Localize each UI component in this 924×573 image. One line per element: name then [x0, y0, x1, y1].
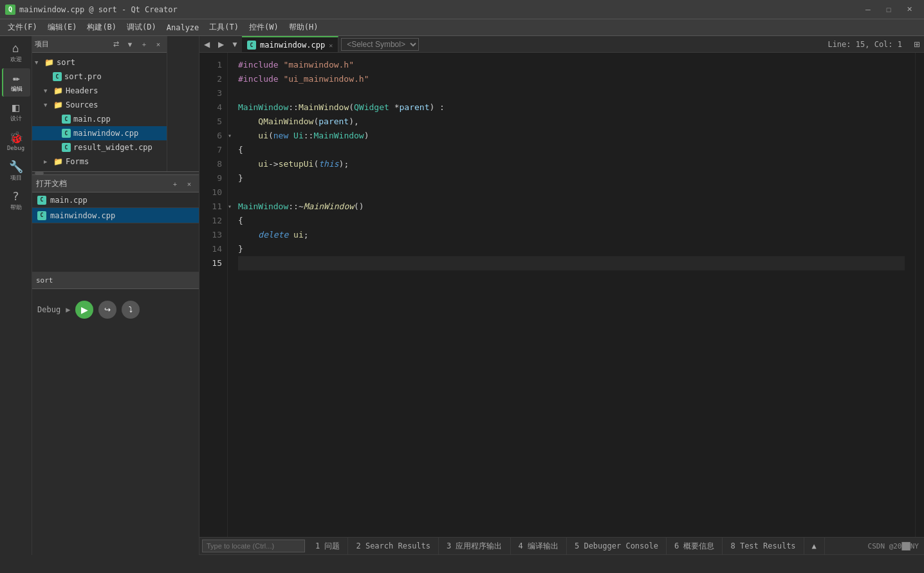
tree-label: Sources [66, 100, 98, 109]
open-docs-list: C main.cpp C mainwindow.cpp [32, 193, 199, 272]
minimize-button[interactable]: ─ [858, 3, 878, 16]
project-toolbar: 项目 ⇄ ▼ + × [32, 36, 167, 53]
split-button[interactable]: ⊞ [910, 36, 924, 53]
tree-label: result_widget.cpp [73, 143, 152, 152]
line-num-14: 14 [199, 242, 222, 256]
project-sync-button[interactable]: ⇄ [110, 39, 122, 50]
token: QWidget [354, 100, 389, 115]
expand-button[interactable]: ▲ [804, 538, 825, 554]
menu-item-d[interactable]: 调试(D) [122, 20, 162, 35]
design-icon: ◧ [12, 102, 19, 113]
folder-icon: 📁 [44, 57, 54, 68]
close-button[interactable]: ✕ [900, 3, 919, 16]
token: ), [349, 115, 359, 129]
app-icon: Q [5, 5, 15, 15]
tab-next-button[interactable]: ▶ [214, 36, 228, 53]
open-docs-title: 打开文档 [36, 178, 167, 189]
symbol-select[interactable]: <Select Symbol> [341, 38, 419, 51]
code-line-10 [238, 185, 905, 200]
tree-label: sort [57, 58, 75, 67]
tab-problems[interactable]: 1 问题 [308, 538, 348, 554]
sidebar-icon-debug[interactable]: 🐞Debug [2, 127, 30, 156]
tab-prev-button[interactable]: ◀ [199, 36, 214, 53]
tab-menu-button[interactable]: ▼ [228, 36, 242, 53]
sidebar-icon-design[interactable]: ◧设计 [2, 98, 30, 126]
token: -> [268, 157, 279, 171]
locate-input[interactable] [202, 540, 305, 552]
token: * [389, 100, 400, 115]
doc-item-main.cpp[interactable]: C main.cpp [32, 193, 199, 208]
menu-item-w[interactable]: 控件(W) [244, 20, 284, 35]
menu-item-analyze[interactable]: Analyze [162, 21, 205, 34]
menu-item-e[interactable]: 编辑(E) [42, 20, 82, 35]
line-num-9: 9 [199, 171, 222, 185]
tree-item-main.cpp[interactable]: C main.cpp [32, 112, 167, 126]
tab-label: mainwindow.cpp [260, 41, 325, 50]
token: #include [238, 58, 279, 72]
tree-arrow[interactable]: ▼ [44, 88, 53, 94]
project-add-button[interactable]: + [138, 39, 150, 50]
maximize-button[interactable]: □ [879, 3, 898, 16]
tree-item-sources[interactable]: ▼ 📁 Sources [32, 98, 167, 112]
doc-item-mainwindow.cpp[interactable]: C mainwindow.cpp [32, 208, 199, 223]
code-content[interactable]: #include "mainwindow.h"#include "ui_main… [228, 53, 915, 537]
title-bar: Q mainwindow.cpp @ sort - Qt Creator ─ □… [0, 0, 924, 19]
editor-area[interactable]: 123456789101112131415 #include "mainwind… [199, 53, 924, 537]
open-docs-close-button[interactable]: × [183, 178, 195, 190]
file-tab-mainwindow[interactable]: C mainwindow.cpp ✕ [242, 36, 338, 53]
tab-close-button[interactable]: ✕ [329, 42, 333, 49]
sidebar-icon-help[interactable]: ?帮助 [2, 187, 30, 215]
projects-icon: 🔧 [9, 161, 23, 173]
tab-app-output[interactable]: 3 应用程序输出 [439, 538, 510, 554]
project-close-button[interactable]: × [152, 39, 164, 50]
token: Ui [293, 129, 304, 143]
line-numbers: 123456789101112131415 [199, 53, 228, 537]
tree-item-sort.pro[interactable]: C sort.pro [32, 70, 167, 84]
token: new [273, 129, 288, 143]
tree-item-headers[interactable]: ▼ 📁 Headers [32, 84, 167, 98]
tree-arrow[interactable]: ▼ [44, 102, 53, 108]
right-scrollbar[interactable] [915, 53, 924, 537]
tabs-bar: ◀ ▶ ▼ C mainwindow.cpp ✕ <Select Symbol>… [199, 36, 924, 53]
code-line-7: { [238, 143, 905, 157]
sidebar-icon-projects[interactable]: 🔧项目 [2, 157, 30, 185]
step-over-button[interactable]: ↪ [98, 301, 116, 319]
sidebar-icon-edit[interactable]: ✏编辑 [2, 68, 30, 97]
tab-compile-output[interactable]: 4 编译输出 [511, 538, 567, 554]
token: ( [313, 157, 319, 171]
menu-item-b[interactable]: 构建(B) [82, 20, 122, 35]
tab-debugger-console[interactable]: 5 Debugger Console [567, 538, 667, 554]
line-num-3: 3 [199, 86, 222, 100]
step-in-button[interactable]: ⤵ [122, 301, 140, 319]
tab-test-results[interactable]: 8 Test Results [723, 538, 804, 554]
open-docs-add-button[interactable]: + [169, 178, 181, 190]
tree-item-sort[interactable]: ▼ 📁 sort [32, 55, 167, 70]
tree-label: mainwindow.cpp [73, 129, 138, 138]
tree-item-forms[interactable]: ▶ 📁 Forms [32, 155, 167, 169]
token: ) : [429, 100, 444, 115]
device-content: Debug ▶ ▶ ↪ ⤵ [32, 289, 199, 330]
menu-item-f[interactable]: 文件(F) [3, 20, 42, 35]
line-num-2: 2 [199, 72, 222, 86]
window-controls[interactable]: ─ □ ✕ [858, 3, 919, 16]
fold-arrow-6[interactable]: ▾ [228, 129, 238, 143]
tree-arrow[interactable]: ▶ [44, 158, 53, 165]
tree-item-mainwindow.cpp[interactable]: C mainwindow.cpp [32, 126, 167, 140]
device-header: sort [32, 272, 199, 289]
title-text: mainwindow.cpp @ sort - Qt Creator [19, 5, 858, 14]
tree-item-result_widget.cpp[interactable]: C result_widget.cpp [32, 140, 167, 155]
menu-item-t[interactable]: 工具(T) [204, 20, 244, 35]
fold-arrow-11[interactable]: ▾ [228, 200, 238, 214]
folder-icon: 📁 [53, 156, 63, 167]
project-panel: 项目 ⇄ ▼ + × ▼ 📁 sort C sort.pro ▼ 📁 Heade… [32, 36, 167, 171]
edit-icon: ✏ [13, 72, 20, 84]
project-filter-button[interactable]: ▼ [124, 39, 136, 50]
tab-search-results[interactable]: 2 Search Results [348, 538, 439, 554]
token: :: [304, 129, 314, 143]
tree-arrow[interactable]: ▼ [35, 59, 44, 66]
tab-summary[interactable]: 6 概要信息 [667, 538, 723, 554]
token: ui [258, 129, 268, 143]
run-button[interactable]: ▶ [75, 301, 93, 319]
sidebar-icon-welcome[interactable]: ⌂欢迎 [2, 39, 30, 67]
menu-item-h[interactable]: 帮助(H) [284, 20, 324, 35]
